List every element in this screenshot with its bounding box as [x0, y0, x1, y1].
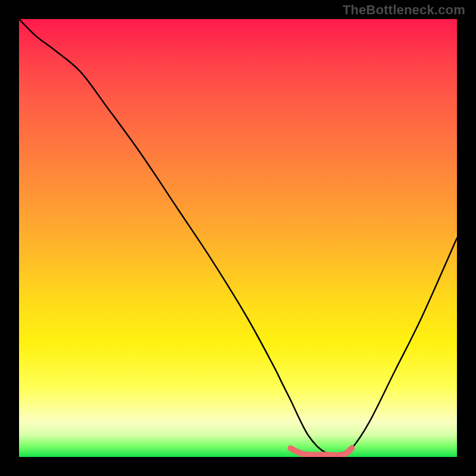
chart-frame: TheBottleneck.com [0, 0, 476, 476]
bottleneck-curve [19, 19, 457, 454]
chart-svg [19, 19, 457, 457]
watermark-text: TheBottleneck.com [343, 2, 465, 18]
